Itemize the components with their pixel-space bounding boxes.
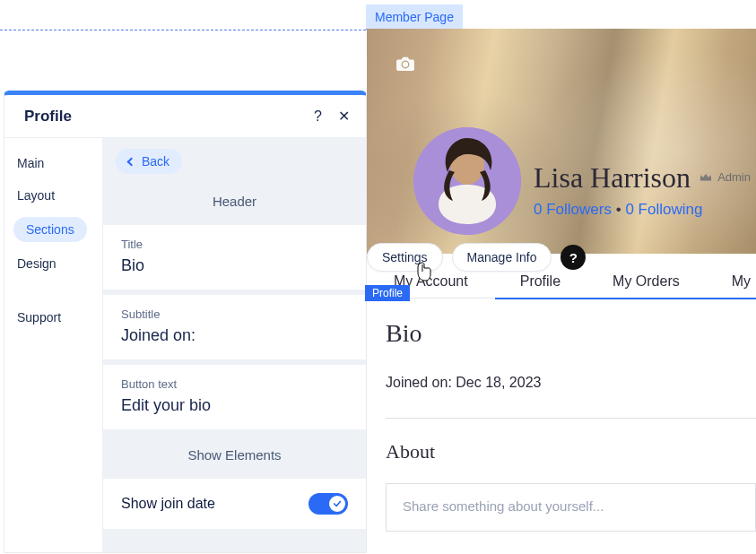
avatar[interactable] xyxy=(413,127,521,235)
panel-title: Profile xyxy=(24,108,72,126)
field-subtitle-label: Subtitle xyxy=(121,307,348,321)
field-title-value: Bio xyxy=(121,256,348,275)
help-button[interactable]: ? xyxy=(560,245,586,270)
help-icon[interactable]: ? xyxy=(314,108,322,125)
check-icon xyxy=(333,499,342,508)
admin-label: Admin xyxy=(717,170,751,184)
crown-icon xyxy=(700,173,712,182)
member-page-tag-label: Member Page xyxy=(375,10,454,24)
tab-indicator xyxy=(495,298,756,299)
profile-selection-chip[interactable]: Profile xyxy=(365,285,410,301)
field-subtitle-value: Joined on: xyxy=(121,326,348,345)
sidebar-item-layout[interactable]: Layout xyxy=(4,179,102,212)
section-show-elements-label: Show Elements xyxy=(103,435,366,479)
sidebar-item-support[interactable]: Support xyxy=(4,301,102,333)
following-link[interactable]: 0 Following xyxy=(625,201,702,218)
field-subtitle[interactable]: Subtitle Joined on: xyxy=(103,295,366,359)
close-icon[interactable]: ✕ xyxy=(338,108,350,125)
tab-my-orders[interactable]: My Orders xyxy=(613,273,680,290)
cover-image[interactable]: Lisa Harrison Admin 0 Followers • 0 Foll… xyxy=(367,29,756,254)
field-button-text-label: Button text xyxy=(121,377,348,391)
sidebar-item-design[interactable]: Design xyxy=(4,247,102,280)
field-title[interactable]: Title Bio xyxy=(103,225,366,290)
camera-icon[interactable] xyxy=(395,56,415,72)
tab-my[interactable]: My xyxy=(732,273,751,290)
sidebar-item-sections[interactable]: Sections xyxy=(13,217,87,242)
field-button-text-value: Edit your bio xyxy=(121,396,348,415)
field-button-text[interactable]: Button text Edit your bio xyxy=(103,365,366,429)
tab-profile[interactable]: Profile xyxy=(520,273,560,290)
section-header-label: Header xyxy=(103,181,366,225)
follow-stats: 0 Followers • 0 Following xyxy=(534,201,702,219)
field-title-label: Title xyxy=(121,238,348,251)
followers-link[interactable]: 0 Followers xyxy=(534,201,612,218)
bio-heading: Bio xyxy=(386,319,756,348)
joined-on-text: Joined on: Dec 18, 2023 xyxy=(386,375,756,391)
back-label: Back xyxy=(142,154,169,169)
panel-sidebar: Main Layout Sections Design Support xyxy=(4,138,103,552)
back-button[interactable]: Back xyxy=(116,149,182,174)
about-heading: About xyxy=(386,440,756,463)
member-page-tag[interactable]: Member Page xyxy=(366,4,463,29)
panel-content: Back Header Title Bio Subtitle Joined on… xyxy=(103,138,366,552)
sidebar-item-main[interactable]: Main xyxy=(4,147,102,179)
chevron-left-icon xyxy=(127,157,136,166)
divider xyxy=(386,418,756,419)
profile-body: Bio Joined on: Dec 18, 2023 About Share … xyxy=(386,319,756,532)
toggle-show-join-date[interactable] xyxy=(308,493,348,515)
profile-name: Lisa Harrison xyxy=(534,161,691,195)
settings-panel: Profile ? ✕ Main Layout Sections Design … xyxy=(4,91,367,553)
admin-badge: Admin xyxy=(700,170,751,184)
cursor-icon xyxy=(415,262,431,285)
manage-info-button[interactable]: Manage Info xyxy=(452,243,552,272)
about-textarea[interactable]: Share something about yourself... xyxy=(386,483,756,532)
toggle-show-join-date-row: Show join date xyxy=(103,479,366,529)
action-pills: Settings Manage Info ? xyxy=(367,243,586,272)
toggle-show-join-date-label: Show join date xyxy=(121,496,215,512)
